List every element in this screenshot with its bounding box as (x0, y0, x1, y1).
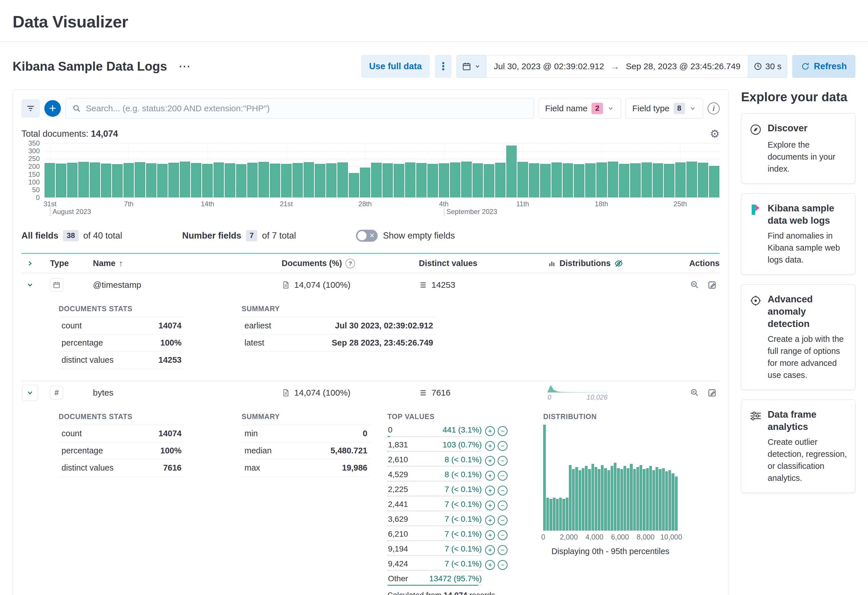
filter-out-value-button[interactable]: − (498, 515, 508, 525)
bytes-expanded-details: DOCUMENTS STATS count14074percentage100%… (21, 404, 720, 595)
filter-for-value-button[interactable]: + (485, 560, 495, 570)
stack-icon (419, 281, 427, 289)
top-value-count: 7 (< 0.1%) (444, 485, 482, 494)
event-rate-bar (394, 164, 404, 197)
discover-card[interactable]: Discover Explore the documents in your i… (741, 113, 855, 184)
top-value-bar (387, 525, 482, 526)
top-value-count: 7 (< 0.1%) (444, 530, 482, 539)
field-name-label: Field name (545, 104, 588, 113)
event-rate-bar (135, 162, 145, 197)
table-row[interactable]: # bytes 14,074 (100%) 7616 0 10,026 (21, 381, 720, 404)
filter-for-value-button[interactable]: + (485, 441, 495, 451)
top-values-title: TOP VALUES (387, 413, 543, 421)
filter-out-value-button[interactable]: − (498, 545, 508, 555)
refresh-button[interactable]: Refresh (792, 55, 855, 78)
info-button[interactable]: i (708, 102, 720, 114)
number-fields-group: Number fields 7 of 7 total (182, 230, 296, 241)
filter-out-value-button[interactable]: − (498, 500, 508, 510)
top-value-count: 103 (0.7%) (443, 440, 482, 449)
expand-details-header-button[interactable] (22, 255, 38, 271)
doc-stats-table: count14074percentage100%distinct values7… (59, 425, 185, 477)
event-rate-bar (439, 163, 449, 197)
more-options-button[interactable]: ⋯ (179, 60, 191, 73)
event-rate-bar (112, 164, 123, 197)
chart-settings-button[interactable]: ⚙ (710, 129, 720, 139)
show-empty-fields-toggle[interactable]: ✕ (356, 230, 378, 242)
date-range: Jul 30, 2023 @ 02:39:02.912 → Sep 28, 20… (486, 55, 748, 77)
card-title[interactable]: Advanced anomaly detection (768, 293, 847, 330)
use-full-data-button[interactable]: Use full data (361, 55, 430, 78)
date-quick-select-button[interactable] (457, 55, 486, 77)
event-rate-y-axis: 350300250200150100500 (21, 143, 44, 198)
event-rate-bar (304, 162, 314, 197)
header-name[interactable]: Name ↑ (93, 259, 282, 268)
show-empty-fields-label: Show empty fields (383, 231, 455, 241)
row-actions (679, 388, 720, 398)
search-input[interactable] (86, 104, 527, 113)
refresh-interval-button[interactable]: 30 s (748, 55, 787, 77)
header-type[interactable]: Type (50, 259, 93, 268)
doc-stats-title: DOCUMENTS STATS (59, 305, 242, 313)
card-title[interactable]: Kibana sample data web logs (768, 202, 847, 227)
filter-for-value-button[interactable]: + (485, 530, 495, 540)
filter-for-value-button[interactable]: + (485, 486, 495, 496)
edit-icon[interactable] (708, 280, 717, 290)
date-end[interactable]: Sep 28, 2023 @ 23:45:26.749 (626, 62, 741, 71)
toolbar: Kibana Sample Data Logs ⋯ Use full data … (0, 42, 868, 78)
doc-stats-table: count14074percentage100%distinct values1… (59, 317, 185, 369)
card-description: Create a job with the full range of opti… (768, 333, 847, 381)
card-title[interactable]: Data frame analytics (768, 409, 847, 433)
filter-out-value-button[interactable]: − (498, 486, 508, 496)
top-value-count: 7 (< 0.1%) (444, 545, 482, 554)
event-rate-bar (518, 162, 528, 197)
field-type-filter[interactable]: Field type 8 (626, 98, 703, 119)
y-tick-label: 150 (28, 170, 40, 179)
filter-out-value-button[interactable]: − (498, 471, 508, 481)
filter-for-value-button[interactable]: + (485, 515, 495, 525)
sample-web-logs-card[interactable]: Kibana sample data web logs Find anomali… (741, 193, 855, 275)
summary-table: min0median5,480.721max19,986 (242, 425, 370, 477)
add-filter-button[interactable]: + (44, 100, 61, 117)
date-start[interactable]: Jul 30, 2023 @ 02:39:02.912 (494, 62, 604, 71)
distribution-bar (556, 499, 559, 531)
header-distinct-values[interactable]: Distinct values (419, 259, 548, 268)
filter-button[interactable] (21, 99, 40, 118)
card-description: Find anomalies in Kibana sample web logs… (768, 230, 847, 266)
anomaly-detection-card[interactable]: Advanced anomaly detection Create a job … (741, 284, 855, 390)
top-value-bar (387, 540, 482, 541)
header-documents[interactable]: Documents (%) ? (282, 259, 419, 268)
event-rate-bar (653, 163, 663, 197)
stat-row: distinct values7616 (59, 459, 185, 477)
filter-out-value-button[interactable]: − (498, 426, 508, 436)
explore-in-lens-icon[interactable] (690, 280, 700, 290)
filter-out-value-button[interactable]: − (498, 441, 508, 451)
event-rate-bar (642, 163, 652, 197)
filter-for-value-button[interactable]: + (485, 426, 495, 436)
explore-in-lens-icon[interactable] (690, 388, 700, 398)
filter-for-value-button[interactable]: + (485, 500, 495, 510)
event-rate-bar (78, 162, 89, 197)
vertical-dots-icon: ⋮ (438, 60, 448, 73)
y-tick-label: 250 (28, 155, 40, 163)
collapse-row-button[interactable] (22, 277, 38, 293)
options-button[interactable]: ⋮ (435, 55, 452, 78)
card-title[interactable]: Discover (768, 122, 847, 136)
collapse-row-button[interactable] (22, 385, 38, 401)
eye-slash-icon[interactable] (614, 259, 623, 268)
distribution-bar (646, 468, 649, 531)
fields-table: Type Name ↑ Documents (%) ? Distinct val… (21, 253, 720, 595)
top-value-label: 1,831 (388, 440, 408, 449)
field-name-filter[interactable]: Field name 2 (539, 98, 621, 119)
filter-out-value-button[interactable]: − (498, 530, 508, 540)
filter-for-value-button[interactable]: + (485, 456, 495, 466)
filter-out-value-button[interactable]: − (498, 560, 508, 570)
filter-for-value-button[interactable]: + (485, 471, 495, 481)
field-distinct-values: 7616 (419, 388, 548, 398)
event-rate-bar (630, 163, 641, 197)
filter-for-value-button[interactable]: + (485, 545, 495, 555)
filter-out-value-button[interactable]: − (498, 456, 508, 466)
table-row[interactable]: @timestamp 14,074 (100%) 14253 (21, 273, 720, 297)
data-frame-analytics-card[interactable]: Data frame analytics Create outlier dete… (741, 400, 855, 493)
edit-icon[interactable] (708, 388, 717, 398)
field-type-label: Field type (632, 104, 669, 113)
